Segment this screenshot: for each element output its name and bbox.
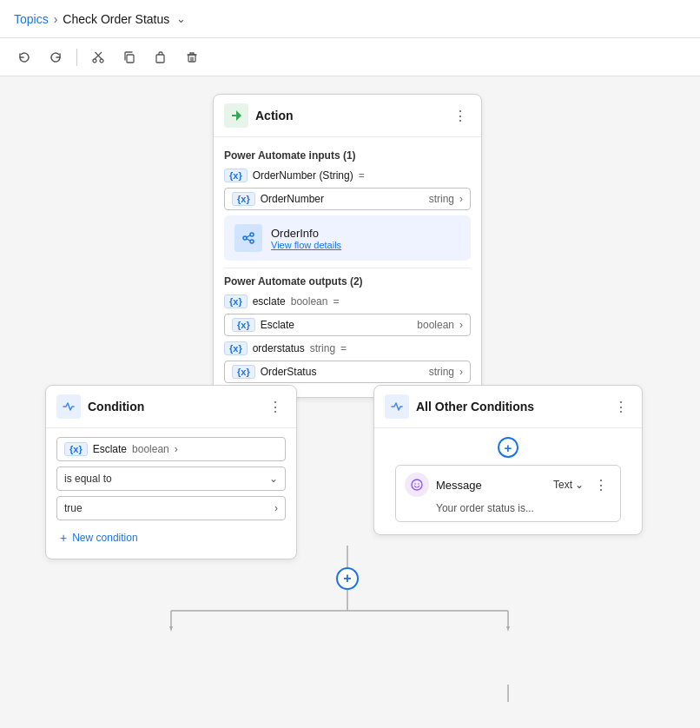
- svg-line-2: [95, 56, 98, 59]
- flow-info-text: OrderInfo View flow details: [271, 227, 341, 250]
- other-add-node-button[interactable]: +: [498, 437, 518, 458]
- view-flow-details-link[interactable]: View flow details: [271, 240, 341, 250]
- condition-node: Condition ⋮ {x} Esclate boolean › is equ…: [45, 385, 297, 559]
- condition-esclate-name: Esclate: [93, 443, 127, 455]
- esclate-value: Esclate: [261, 319, 413, 331]
- add-node-button[interactable]: +: [336, 567, 359, 590]
- condition-badge: {x}: [64, 442, 88, 456]
- condition-title: Condition: [88, 400, 258, 414]
- order-number-input-row[interactable]: {x} OrderNumber string ›: [224, 188, 471, 210]
- pa-outputs-label: Power Automate outputs (2): [224, 275, 471, 288]
- action-icon: [224, 103, 248, 128]
- new-condition-button[interactable]: + New condition: [56, 526, 142, 550]
- orderstatus-type: string: [429, 366, 454, 378]
- svg-point-23: [412, 480, 422, 490]
- output2-badge: {x}: [224, 341, 248, 355]
- action-node: Action ⋮ Power Automate inputs (1) {x} O…: [213, 94, 482, 398]
- svg-line-22: [247, 239, 250, 241]
- is-equal-to-dropdown[interactable]: is equal to ⌄: [56, 467, 286, 491]
- flow-icon: [234, 224, 262, 252]
- message-type-text: Text: [553, 479, 572, 491]
- action-menu-button[interactable]: ⋮: [450, 106, 471, 126]
- esclate-chevron-icon: ›: [459, 319, 463, 331]
- output2-var-row: {x} orderstatus string =: [224, 341, 471, 355]
- breadcrumb: Topics › Check Order Status ⌄: [14, 12, 186, 26]
- order-number-chevron-icon: ›: [459, 193, 463, 205]
- copy-button[interactable]: [116, 43, 143, 71]
- true-value-row[interactable]: true ›: [56, 496, 286, 520]
- svg-point-0: [93, 59, 96, 63]
- output1-var-row: {x} esclate boolean =: [224, 295, 471, 308]
- canvas: Action ⋮ Power Automate inputs (1) {x} O…: [0, 76, 700, 728]
- svg-rect-7: [188, 55, 195, 62]
- topbar: Topics › Check Order Status ⌄: [0, 0, 700, 38]
- orderstatus-chevron-icon: ›: [459, 366, 463, 378]
- true-value: true: [64, 502, 83, 514]
- plus-icon: +: [60, 531, 67, 545]
- flow-info-box: OrderInfo View flow details: [224, 215, 471, 261]
- breadcrumb-chevron-icon[interactable]: ⌄: [176, 12, 186, 25]
- breadcrumb-separator: ›: [54, 12, 58, 26]
- message-header: Message Text ⌄ ⋮: [405, 473, 611, 497]
- svg-marker-14: [169, 626, 173, 632]
- input-var-row: {x} OrderNumber (String) =: [224, 169, 471, 182]
- condition-node-header: Condition ⋮: [46, 386, 296, 428]
- message-label: Message: [436, 479, 546, 492]
- action-title: Action: [255, 109, 443, 122]
- condition-menu-button[interactable]: ⋮: [265, 397, 286, 417]
- output1-type: boolean: [291, 295, 328, 308]
- flow-name: OrderInfo: [271, 227, 341, 240]
- svg-line-4: [98, 52, 102, 56]
- other-node-title: All Other Conditions: [416, 400, 604, 414]
- order-number-type: string: [429, 193, 454, 205]
- esclate-type: boolean: [417, 319, 454, 331]
- orderstatus-value: OrderStatus: [261, 366, 424, 378]
- output1-badge: {x}: [224, 295, 248, 308]
- esclate-badge: {x}: [232, 318, 255, 332]
- condition-esclate-chevron-icon: ›: [175, 443, 178, 455]
- undo-button[interactable]: [10, 43, 38, 71]
- input-var-badge: {x}: [224, 169, 248, 182]
- message-content: Your order status is...: [405, 502, 611, 514]
- input-var-eq: =: [359, 169, 365, 182]
- svg-line-21: [247, 235, 250, 237]
- toolbar-divider: [76, 49, 77, 66]
- pa-inputs-label: Power Automate inputs (1): [224, 149, 471, 162]
- esclate-input-row[interactable]: {x} Esclate boolean ›: [224, 314, 471, 336]
- message-icon: [405, 473, 429, 497]
- paste-button[interactable]: [147, 43, 175, 71]
- redo-button[interactable]: [42, 43, 69, 71]
- is-equal-label: is equal to: [64, 473, 112, 485]
- order-number-badge: {x}: [232, 192, 255, 206]
- condition-node-body: {x} Esclate boolean › is equal to ⌄ true…: [46, 428, 296, 559]
- other-condition-icon: [385, 394, 409, 419]
- delete-button[interactable]: [178, 43, 206, 71]
- breadcrumb-current: Check Order Status: [63, 12, 169, 26]
- output2-name: orderstatus: [253, 342, 305, 354]
- true-chevron-icon: ›: [274, 502, 278, 514]
- message-box: Message Text ⌄ ⋮ Your order status is...: [395, 465, 621, 522]
- order-number-value: OrderNumber: [261, 193, 424, 205]
- output2-type: string: [310, 342, 335, 354]
- other-node-menu-button[interactable]: ⋮: [611, 397, 631, 417]
- all-other-conditions-node: All Other Conditions ⋮ + Message Text ⌄: [373, 385, 643, 535]
- svg-point-19: [250, 233, 254, 236]
- condition-esclate-row[interactable]: {x} Esclate boolean ›: [56, 437, 286, 461]
- topics-link[interactable]: Topics: [14, 12, 49, 26]
- svg-marker-15: [506, 626, 510, 632]
- message-type-dropdown[interactable]: Text ⌄: [553, 479, 584, 491]
- action-node-body: Power Automate inputs (1) {x} OrderNumbe…: [214, 137, 481, 397]
- condition-esclate-type: boolean: [132, 443, 169, 455]
- action-node-header: Action ⋮: [214, 95, 481, 137]
- input-var-name: OrderNumber (String): [253, 169, 353, 182]
- orderstatus-badge: {x}: [232, 365, 255, 379]
- is-equal-chevron-icon: ⌄: [269, 473, 278, 485]
- cut-button[interactable]: [84, 43, 112, 71]
- svg-point-25: [418, 483, 419, 485]
- output1-name: esclate: [253, 295, 286, 308]
- condition-icon: [56, 394, 81, 419]
- orderstatus-input-row[interactable]: {x} OrderStatus string ›: [224, 361, 471, 383]
- toolbar: [0, 38, 700, 76]
- message-menu-button[interactable]: ⋮: [591, 475, 611, 495]
- svg-point-1: [100, 59, 103, 63]
